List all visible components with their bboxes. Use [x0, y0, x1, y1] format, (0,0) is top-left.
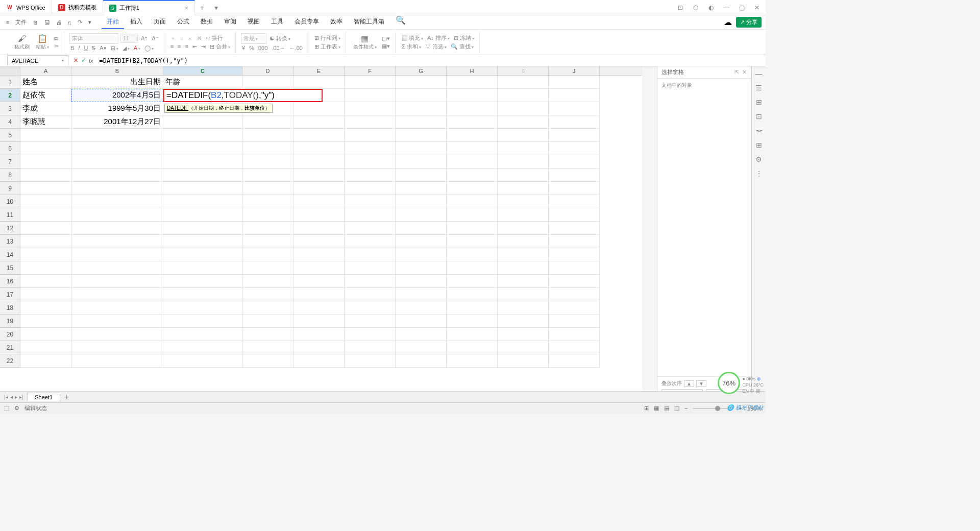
tab-review[interactable]: 审阅 [219, 15, 241, 29]
cell-J6[interactable] [549, 142, 600, 155]
vtool-icon[interactable]: ☰ [755, 84, 762, 92]
cell-D12[interactable] [242, 222, 293, 235]
row-header-21[interactable]: 21 [0, 341, 20, 354]
cell-F16[interactable] [345, 275, 396, 288]
row-header-15[interactable]: 15 [0, 261, 20, 275]
cell-C11[interactable] [163, 208, 242, 222]
cell-I6[interactable] [498, 142, 549, 155]
cell-C4[interactable] [163, 115, 242, 129]
cell-G22[interactable] [396, 354, 447, 368]
col-header-J[interactable]: J [549, 66, 600, 75]
freeze-button[interactable]: ⊞ 冻结 [453, 34, 475, 42]
row-header-13[interactable]: 13 [0, 235, 20, 248]
merge-icon[interactable]: ⊞ 合并 [209, 43, 231, 51]
cell-D4[interactable] [242, 115, 293, 129]
cell-C20[interactable] [163, 328, 242, 341]
vtool-settings-icon[interactable]: ⚙ [755, 155, 762, 163]
cell-A16[interactable] [20, 275, 71, 288]
fill-color-icon[interactable]: ◢ [121, 45, 131, 52]
view-break-icon[interactable]: ▤ [664, 405, 669, 412]
cell-B1[interactable]: 出生日期 [71, 76, 163, 89]
cell-I5[interactable] [498, 129, 549, 142]
cell-J18[interactable] [549, 301, 600, 315]
cell-E16[interactable] [293, 275, 345, 288]
cell-C18[interactable] [163, 301, 242, 315]
align-left-icon[interactable]: ≡ [169, 43, 175, 50]
cell-F20[interactable] [345, 328, 396, 341]
cell-A21[interactable] [20, 341, 71, 354]
row-header-17[interactable]: 17 [0, 288, 20, 301]
row-header-10[interactable]: 10 [0, 195, 20, 208]
row-header-8[interactable]: 8 [0, 168, 20, 182]
formula-input[interactable]: =DATEDIF(B2,TODAY(),"y") [96, 57, 766, 64]
sheet-nav-last-icon[interactable]: ▸| [19, 394, 23, 400]
status-icon[interactable]: ⬚ [4, 405, 9, 412]
tab-insert[interactable]: 插入 [125, 15, 148, 29]
cell-G8[interactable] [396, 168, 447, 182]
cell-B21[interactable] [71, 341, 163, 354]
cell-F18[interactable] [345, 301, 396, 315]
cell-C10[interactable] [163, 195, 242, 208]
cell-A6[interactable] [20, 142, 71, 155]
font-color-icon[interactable]: A [133, 45, 141, 51]
cell-B20[interactable] [71, 328, 163, 341]
align-bottom-icon[interactable]: ⫠ [186, 35, 194, 41]
font-name-select[interactable]: 宋体 [69, 33, 118, 44]
vtool-icon[interactable]: ⊞ [756, 141, 762, 149]
cell-F8[interactable] [345, 168, 396, 182]
cell-D10[interactable] [242, 195, 293, 208]
cell-I10[interactable] [498, 195, 549, 208]
cell-D9[interactable] [242, 182, 293, 195]
font-size-select[interactable]: 11 [120, 34, 138, 43]
percent-icon[interactable]: % [248, 45, 255, 51]
cell-E9[interactable] [293, 182, 345, 195]
cell-J14[interactable] [549, 248, 600, 261]
cell-B18[interactable] [71, 301, 163, 315]
col-header-A[interactable]: A [20, 66, 71, 75]
row-header-20[interactable]: 20 [0, 328, 20, 341]
worksheet-button[interactable]: ⊞ 工作表 [313, 43, 341, 51]
cell-I17[interactable] [498, 288, 549, 301]
view-page-icon[interactable]: ▦ [654, 405, 659, 412]
cell-I11[interactable] [498, 208, 549, 222]
cell-F2[interactable] [345, 89, 396, 102]
minimize-icon[interactable]: — [722, 4, 731, 11]
cell-J22[interactable] [549, 354, 600, 368]
sheet-nav-first-icon[interactable]: |◂ [4, 394, 8, 400]
cell-B5[interactable] [71, 129, 163, 142]
view-normal-icon[interactable]: ⊞ [644, 405, 649, 412]
cell-G16[interactable] [396, 275, 447, 288]
zoom-out-icon[interactable]: − [684, 405, 688, 412]
cell-A4[interactable]: 李晓慧 [20, 115, 71, 129]
cell-A5[interactable] [20, 129, 71, 142]
align-center-icon[interactable]: ≡ [177, 43, 182, 50]
cell-B12[interactable] [71, 222, 163, 235]
cell-A22[interactable] [20, 354, 71, 368]
cell-I22[interactable] [498, 354, 549, 368]
new-tab-button[interactable]: + [195, 4, 209, 12]
cell-I12[interactable] [498, 222, 549, 235]
qat-more-icon[interactable]: ▾ [86, 19, 93, 26]
cell-J3[interactable] [549, 102, 600, 115]
row-header-14[interactable]: 14 [0, 248, 20, 261]
cell-J10[interactable] [549, 195, 600, 208]
find-button[interactable]: 🔍 查找 [450, 43, 475, 51]
comma-icon[interactable]: 000 [257, 45, 268, 51]
cell-I8[interactable] [498, 168, 549, 182]
cell-A7[interactable] [20, 155, 71, 168]
cell-G15[interactable] [396, 261, 447, 275]
decimal-dec-icon[interactable]: ←.00 [288, 45, 304, 51]
row-header-19[interactable]: 19 [0, 315, 20, 328]
cell-C19[interactable] [163, 315, 242, 328]
cell-H19[interactable] [447, 315, 498, 328]
cell-I18[interactable] [498, 301, 549, 315]
col-header-D[interactable]: D [242, 66, 293, 75]
cell-G20[interactable] [396, 328, 447, 341]
cell-H1[interactable] [447, 76, 498, 89]
cell-J12[interactable] [549, 222, 600, 235]
row-header-16[interactable]: 16 [0, 275, 20, 288]
qat-print-icon[interactable]: 🖨 [54, 19, 64, 26]
col-header-B[interactable]: B [71, 66, 163, 75]
cell-H22[interactable] [447, 354, 498, 368]
cell-F19[interactable] [345, 315, 396, 328]
